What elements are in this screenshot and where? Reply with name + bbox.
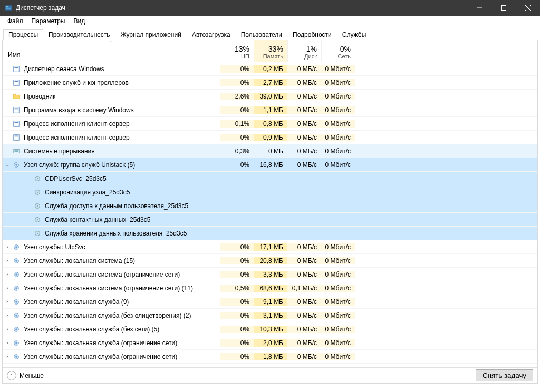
mem-usage-pct: 33% xyxy=(254,45,283,53)
expand-icon[interactable]: › xyxy=(3,299,12,305)
menu-file[interactable]: Файл xyxy=(3,16,27,26)
tab-startup[interactable]: Автозагрузка xyxy=(187,29,236,40)
table-row[interactable]: ›Узел службы: локальная служба (ограниче… xyxy=(3,350,537,364)
close-button[interactable] xyxy=(516,0,540,16)
col-name-label: Имя xyxy=(8,51,20,58)
expand-icon[interactable]: › xyxy=(3,285,12,291)
fewer-details-button[interactable]: ⌃ Меньше xyxy=(7,371,44,380)
cell-net: 0 Мбит/с xyxy=(321,161,355,169)
table-row[interactable]: ›Узел службы: локальная служба (9)0%9,1 … xyxy=(3,295,537,309)
process-name-cell: Приложение служб и контроллеров xyxy=(3,79,220,87)
cell-mem: 68,6 МБ xyxy=(254,285,287,292)
svg-point-34 xyxy=(15,246,17,248)
expand-icon[interactable]: › xyxy=(3,340,12,346)
cell-dsk: 0 МБ/с xyxy=(287,65,321,73)
cell-net: 0 Мбит/с xyxy=(321,298,355,306)
table-row[interactable]: ⌄Узел служб: группа служб Unistack (5)0%… xyxy=(3,158,537,172)
tab-processes[interactable]: Процессы xyxy=(3,29,43,40)
process-name-label: Узел службы: локальная служба (9) xyxy=(24,298,129,306)
col-header-disk[interactable]: 1% Диск xyxy=(287,40,321,62)
cell-cpu: 0% xyxy=(220,79,254,86)
column-headers: ⌃ Имя 13% ЦП 33% Память 1% Диск 0% Сеть xyxy=(3,40,537,62)
cell-dsk: 0 МБ/с xyxy=(287,312,321,319)
table-row[interactable]: Диспетчер сеанса Windows0%0,2 МБ0 МБ/с0 … xyxy=(3,62,537,76)
disk-usage-pct: 1% xyxy=(288,45,317,53)
svg-point-50 xyxy=(15,356,17,358)
table-row[interactable]: ›Узел службы: локальная служба (без олиц… xyxy=(3,309,537,322)
cell-dsk: 0 МБ/с xyxy=(287,339,321,347)
table-row[interactable]: Проводник2,6%39,0 МБ0 МБ/с0 Мбит/с xyxy=(3,90,537,103)
expand-icon[interactable]: › xyxy=(3,258,12,263)
maximize-button[interactable] xyxy=(491,0,516,16)
app-icon xyxy=(12,106,21,114)
table-row[interactable]: Программа входа в систему Windows0%1,1 М… xyxy=(3,103,537,117)
end-task-button[interactable]: Снять задачу xyxy=(476,369,533,381)
cell-cpu: 0,3% xyxy=(220,148,254,155)
collapse-icon[interactable]: ⌄ xyxy=(3,162,12,168)
svg-point-24 xyxy=(37,178,38,179)
table-row[interactable]: Процесс исполнения клиент-сервер0,1%0,8 … xyxy=(3,117,537,131)
col-header-memory[interactable]: 33% Память xyxy=(254,40,287,62)
tab-apphistory[interactable]: Журнал приложений xyxy=(115,29,187,40)
col-header-name[interactable]: ⌃ Имя xyxy=(3,40,220,62)
window-title: Диспетчер задач xyxy=(16,4,467,12)
col-header-cpu[interactable]: 13% ЦП xyxy=(220,40,254,62)
cell-dsk: 0 МБ/с xyxy=(287,257,321,264)
table-row[interactable]: Системные прерывания0,3%0 МБ0 МБ/с0 Мбит… xyxy=(3,144,537,158)
gear-icon xyxy=(12,325,21,334)
table-row[interactable]: ›Узел службы: локальная служба (без сети… xyxy=(3,322,537,336)
minimize-button[interactable] xyxy=(467,0,491,16)
tab-services[interactable]: Службы xyxy=(337,29,371,40)
process-name-cell: ›Узел службы: локальная служба (без сети… xyxy=(3,325,220,334)
cell-mem: 1,8 МБ xyxy=(254,353,287,360)
svg-point-38 xyxy=(15,273,17,276)
expand-icon[interactable]: › xyxy=(3,312,12,318)
process-name-label: Диспетчер сеанса Windows xyxy=(24,65,104,73)
table-row[interactable]: Приложение служб и контроллеров0%2,7 МБ0… xyxy=(3,76,537,90)
expand-icon[interactable]: › xyxy=(3,354,12,359)
table-row[interactable]: Служба хранения данных пользователя_25d3… xyxy=(3,227,537,240)
gear-icon xyxy=(12,161,21,169)
table-row[interactable]: Служба контактных данных_25d3c5 xyxy=(3,213,537,227)
process-name-cell: Синхронизация узла_25d3c5 xyxy=(3,188,220,197)
expand-icon[interactable]: › xyxy=(3,244,12,250)
cell-cpu: 0% xyxy=(220,243,254,251)
process-name-label: Узел служб: группа служб Unistack (5) xyxy=(24,161,135,169)
col-header-network[interactable]: 0% Сеть xyxy=(321,40,355,62)
process-list[interactable]: Диспетчер сеанса Windows0%0,2 МБ0 МБ/с0 … xyxy=(3,62,537,366)
cell-net: 0 Мбит/с xyxy=(321,353,355,360)
table-row[interactable]: Синхронизация узла_25d3c5 xyxy=(3,185,537,199)
tab-details[interactable]: Подробности xyxy=(287,29,337,40)
process-name-cell: ⌄Узел служб: группа служб Unistack (5) xyxy=(3,161,220,169)
table-row[interactable]: ›Узел службы: локальная система (15)0%20… xyxy=(3,254,537,268)
table-row[interactable]: Процесс исполнения клиент-сервер0%0,9 МБ… xyxy=(3,131,537,144)
expand-icon[interactable]: › xyxy=(3,271,12,277)
process-name-cell: Диспетчер сеанса Windows xyxy=(3,65,220,73)
table-row[interactable]: Служба доступа к данным пользователя_25d… xyxy=(3,199,537,213)
sort-indicator-icon: ⌃ xyxy=(110,40,113,45)
svc-icon xyxy=(33,229,42,238)
tabs: Процессы Производительность Журнал прило… xyxy=(2,28,538,40)
cell-mem: 17,1 МБ xyxy=(254,243,287,251)
cell-cpu: 0% xyxy=(220,353,254,360)
cell-mem: 16,8 МБ xyxy=(254,161,287,169)
table-row[interactable]: ›Узел службы: локальная служба (ограниче… xyxy=(3,364,537,366)
table-row[interactable]: ›Узел службы: локальная система (огранич… xyxy=(3,268,537,281)
process-name-label: Узел службы: локальная служба (без сети)… xyxy=(24,326,159,333)
table-row[interactable]: ›Узел службы: локальная служба (ограниче… xyxy=(3,336,537,350)
titlebar[interactable]: Диспетчер задач xyxy=(0,0,540,16)
table-row[interactable]: ›Узел службы: UtcSvc0%17,1 МБ0 МБ/с0 Мби… xyxy=(3,240,537,254)
menu-view[interactable]: Вид xyxy=(69,16,89,26)
menu-options[interactable]: Параметры xyxy=(27,16,70,26)
svg-rect-16 xyxy=(14,134,20,140)
tab-performance[interactable]: Производительность xyxy=(43,29,115,40)
cell-cpu: 0% xyxy=(220,339,254,347)
cell-mem: 2,0 МБ xyxy=(254,339,287,347)
table-row[interactable]: CDPUserSvc_25d3c5 xyxy=(3,172,537,185)
gear-icon xyxy=(12,352,21,361)
table-row[interactable]: ›Узел службы: локальная система (огранич… xyxy=(3,281,537,295)
process-name-cell: Системные прерывания xyxy=(3,147,220,155)
cell-dsk: 0 МБ/с xyxy=(287,326,321,333)
tab-users[interactable]: Пользователи xyxy=(236,29,287,40)
expand-icon[interactable]: › xyxy=(3,326,12,332)
